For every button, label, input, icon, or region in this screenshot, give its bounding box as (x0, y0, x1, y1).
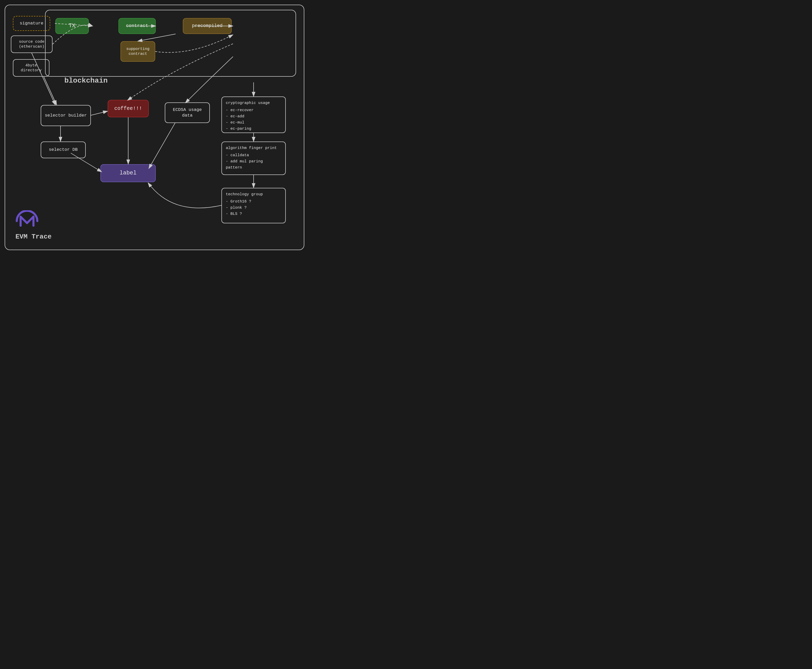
label-node: label (100, 164, 156, 182)
ecdsa-node: ECDSA usagedata (165, 103, 210, 123)
precompiled-node: precompiled (183, 18, 232, 34)
source-code-node: source code(etherscan) (11, 35, 52, 53)
tech-node: technology group - Groth16 ? - plonk ? -… (221, 188, 286, 224)
evm-trace-label: EVM Trace (15, 233, 52, 240)
fourbyte-node: 4bytedirectory (13, 59, 49, 77)
algo-node: algorithm finger print - calldata - add … (221, 141, 286, 175)
coffee-node: coffee!!! (108, 100, 149, 117)
contract-node: contract (118, 18, 156, 34)
tx-node: TX (56, 18, 89, 34)
blockchain-label: blockchain (64, 77, 108, 85)
signature-node: signature (13, 16, 50, 31)
main-container: blockchain signature source code(ethersc… (5, 5, 304, 250)
supporting-contract-node: supportingcontract (120, 41, 155, 62)
arrow-4byte-selector-builder (44, 77, 57, 105)
arrow-tech-label (148, 183, 221, 208)
selector-db-node: selector DB (41, 141, 86, 158)
evm-trace-section: EVM Trace (15, 210, 52, 240)
crypto-node: cryptographic usage - ec-recover - ec-ad… (221, 96, 286, 133)
arrow-sbuilder-coffee (91, 111, 108, 115)
evm-trace-logo-icon (15, 210, 39, 230)
selector-builder-node: selector builder (41, 105, 91, 126)
arrow-ecdsa-label (149, 123, 175, 168)
